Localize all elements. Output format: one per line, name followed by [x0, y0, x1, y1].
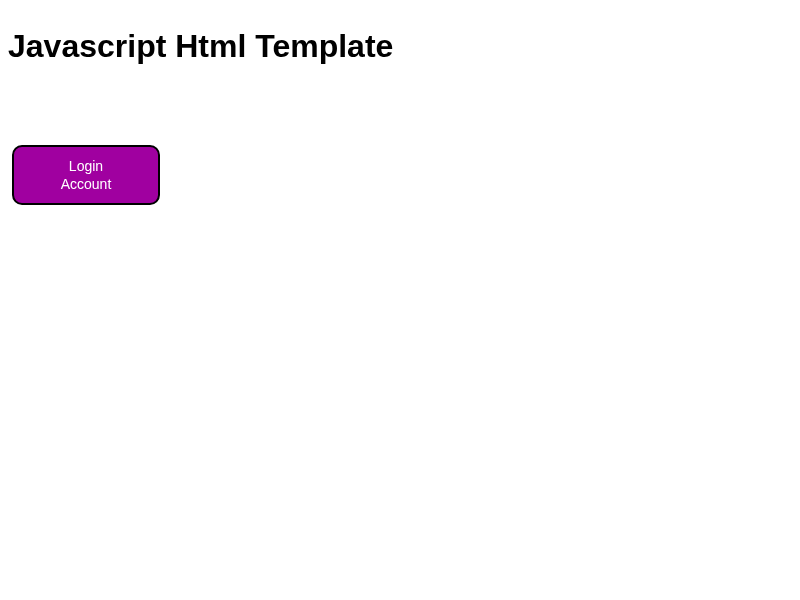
login-account-button[interactable]: Login Account: [12, 145, 160, 205]
button-label-line1: Login: [69, 158, 103, 174]
button-label-line2: Account: [61, 176, 112, 192]
page-title: Javascript Html Template: [8, 28, 792, 65]
button-container: Login Account: [12, 145, 792, 205]
